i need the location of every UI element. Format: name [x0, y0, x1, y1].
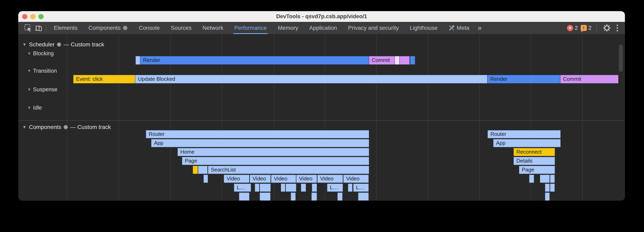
tab-console[interactable]: Console	[133, 22, 165, 34]
tab-memory[interactable]: Memory	[272, 22, 304, 34]
flame-bar-l-[interactable]: L…	[327, 184, 343, 192]
flame-bar-segment[interactable]	[204, 175, 208, 183]
react-atom-icon	[56, 42, 62, 47]
collapse-triangle-icon[interactable]: ▼	[27, 69, 31, 73]
lane-label: Blocking	[33, 50, 54, 57]
tab-lighthouse[interactable]: Lighthouse	[404, 22, 443, 34]
tab-components[interactable]: Components	[83, 22, 134, 34]
flame-bar-segment[interactable]	[239, 193, 249, 201]
lane-suspense[interactable]: ▼Suspense	[27, 87, 58, 93]
flame-bar-video[interactable]: Video	[271, 175, 296, 183]
flame-bar-reconnect[interactable]: Reconnect	[514, 148, 555, 156]
track-suffix: — Custom track	[70, 124, 111, 130]
tab-network[interactable]: Network	[197, 22, 229, 34]
flame-bar-segment[interactable]	[260, 193, 270, 201]
flame-bar-segment[interactable]	[198, 166, 208, 174]
flame-bar-update-blocked[interactable]: Update Blocked	[135, 75, 487, 83]
flame-bar-segment[interactable]	[550, 175, 555, 183]
flame-bar-segment[interactable]	[529, 175, 534, 183]
collapse-triangle-icon[interactable]: ▼	[27, 51, 31, 56]
lane-idle[interactable]: ▼Idle	[27, 105, 42, 111]
flame-bar-segment[interactable]	[400, 56, 410, 65]
flame-bar-video[interactable]: Video	[224, 175, 249, 183]
flame-bar-segment[interactable]	[193, 166, 198, 174]
gear-icon[interactable]	[602, 24, 612, 32]
flame-bar-searchlist[interactable]: SearchList	[208, 166, 369, 174]
flame-bar-segment[interactable]	[291, 193, 296, 201]
tab-sources[interactable]: Sources	[165, 22, 197, 34]
flame-bar-router[interactable]: Router	[146, 130, 369, 138]
flame-bar-segment[interactable]	[410, 56, 415, 65]
flame-bar-label: L…	[234, 184, 245, 191]
device-toolbar-icon[interactable]	[33, 22, 44, 34]
flame-bar-home[interactable]: Home	[178, 148, 369, 156]
console-errors-badge[interactable]: × 2	[567, 25, 578, 31]
flame-bar-segment[interactable]	[281, 184, 285, 192]
flame-bar-l-[interactable]: L…	[234, 184, 251, 192]
flame-bar-segment[interactable]	[312, 193, 317, 201]
tab-meta[interactable]: Meta	[443, 22, 475, 34]
zoom-window-button[interactable]	[38, 14, 44, 19]
more-tabs-chevrons[interactable]: »	[475, 22, 484, 34]
flame-bar-event-click[interactable]: Event: click	[73, 75, 135, 83]
flame-bar-segment[interactable]	[540, 175, 550, 183]
flame-bar-video[interactable]: Video	[250, 175, 271, 183]
minimize-window-button[interactable]	[30, 14, 36, 19]
flame-bar-segment[interactable]	[550, 184, 555, 192]
flame-bar-commit[interactable]: Commit	[369, 56, 395, 65]
inspect-element-icon[interactable]	[23, 22, 33, 34]
flame-bar-segment[interactable]	[545, 184, 550, 192]
tab-privacy-and-security[interactable]: Privacy and security	[342, 22, 404, 34]
flame-bar-segment[interactable]	[260, 184, 271, 192]
flame-bar-label: Event: click	[74, 76, 103, 82]
track-header-scheduler[interactable]: ▼Scheduler— Custom track	[22, 41, 104, 48]
lane-blocking[interactable]: ▼Blocking	[27, 50, 54, 57]
kebab-menu-icon[interactable]	[615, 25, 620, 31]
tab-elements[interactable]: Elements	[48, 22, 83, 34]
toolbar-right-cluster: × 2 ! 2	[567, 22, 625, 34]
window-title: DevTools - qsvd7p.csb.app/video/1	[276, 13, 367, 20]
flame-bar-render[interactable]: Render	[487, 75, 560, 83]
flame-bar-commit[interactable]: Commit	[560, 75, 618, 83]
flame-bar-l-[interactable]: L…	[353, 184, 369, 192]
flame-bar-label: Router	[488, 131, 506, 137]
track-header-components[interactable]: ▼Components— Custom track	[22, 124, 111, 130]
flame-bar-video[interactable]: Video	[317, 175, 343, 183]
flame-bar-segment[interactable]	[395, 56, 400, 65]
flame-bar-video[interactable]: Video	[343, 175, 369, 183]
toolbar-divider	[46, 24, 46, 31]
collapse-triangle-icon[interactable]: ▼	[22, 125, 26, 129]
tab-application[interactable]: Application	[304, 22, 342, 34]
vertical-scrollbar-thumb[interactable]	[619, 45, 623, 72]
flame-bar-segment[interactable]	[136, 56, 140, 65]
flame-bar-segment[interactable]	[255, 184, 259, 192]
flame-bar-segment[interactable]	[286, 184, 296, 192]
lane-transition[interactable]: ▼Transition	[27, 68, 57, 74]
issues-badge[interactable]: ! 2	[581, 25, 592, 31]
flame-bar-app[interactable]: App	[493, 139, 560, 147]
flame-bar-label: Video	[344, 176, 360, 182]
flame-bar-video[interactable]: Video	[296, 175, 317, 183]
tab-label: Console	[139, 25, 160, 31]
flame-bar-label: Details	[514, 158, 532, 164]
collapse-triangle-icon[interactable]: ▼	[27, 106, 31, 110]
collapse-triangle-icon[interactable]: ▼	[22, 42, 26, 47]
close-window-button[interactable]	[22, 14, 28, 19]
tab-performance[interactable]: Performance	[229, 22, 272, 34]
flame-bar-segment[interactable]	[348, 184, 352, 192]
flame-bar-render[interactable]: Render	[140, 56, 369, 65]
flame-bar-segment[interactable]	[358, 193, 369, 201]
lane-label: Suspense	[33, 87, 58, 93]
collapse-triangle-icon[interactable]: ▼	[27, 87, 31, 92]
flame-bar-segment[interactable]	[338, 193, 342, 201]
flame-bar-segment[interactable]	[312, 184, 317, 192]
flame-bar-segment[interactable]	[301, 184, 306, 192]
flame-bar-router[interactable]: Router	[488, 130, 560, 138]
flame-bar-page[interactable]: Page	[519, 166, 555, 174]
flame-bar-app[interactable]: App	[151, 139, 369, 147]
flame-bar-page[interactable]: Page	[182, 157, 369, 165]
flame-bar-details[interactable]: Details	[514, 157, 555, 165]
flame-bar-segment[interactable]	[545, 193, 550, 201]
flame-bar-label: Commit	[560, 76, 581, 82]
window-titlebar[interactable]: DevTools - qsvd7p.csb.app/video/1	[18, 11, 625, 22]
